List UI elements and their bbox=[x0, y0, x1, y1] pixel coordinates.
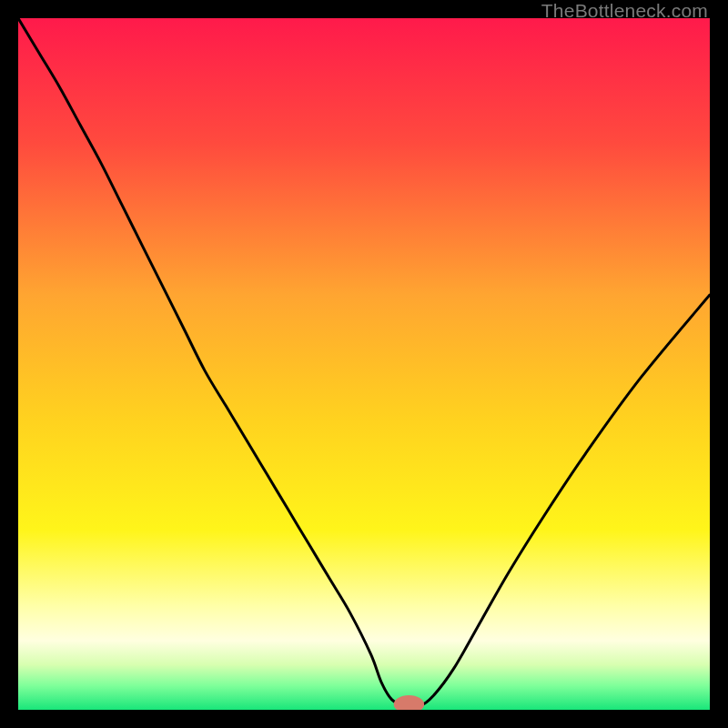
bottleneck-chart bbox=[18, 18, 710, 710]
chart-frame bbox=[18, 18, 710, 710]
gradient-background bbox=[18, 18, 710, 710]
watermark-text: TheBottleneck.com bbox=[541, 0, 708, 22]
